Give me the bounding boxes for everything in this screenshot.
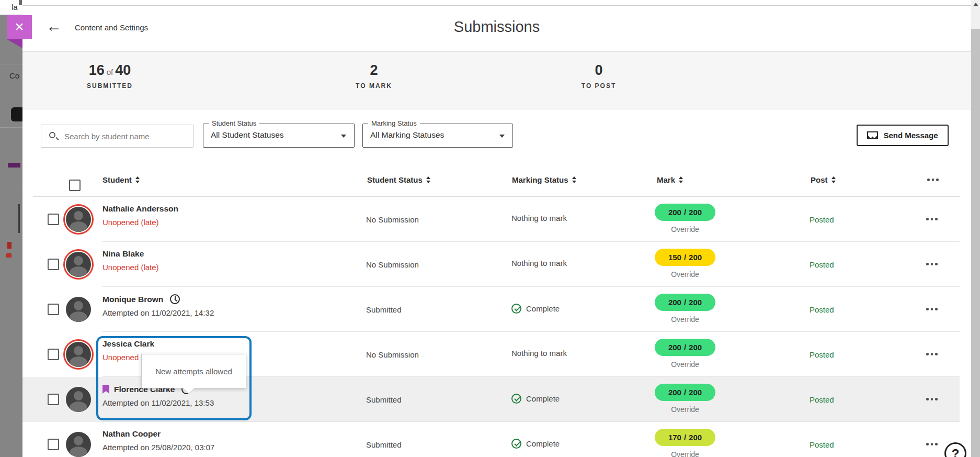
row-overflow-menu-button[interactable]: [926, 443, 938, 445]
row-checkbox[interactable]: [48, 304, 59, 315]
column-header-student-status[interactable]: Student Status: [367, 175, 431, 184]
avatar: [66, 432, 91, 457]
row-checkbox[interactable]: [48, 349, 59, 360]
complete-check-icon: [511, 394, 521, 404]
row-divider: [102, 241, 960, 242]
student-name[interactable]: Monique Brown: [102, 294, 214, 304]
row-checkbox[interactable]: [48, 439, 59, 450]
mark-pill[interactable]: 170/200: [655, 429, 715, 446]
row-overflow-menu-button[interactable]: [926, 353, 938, 355]
student-substatus: Attempted on 11/02/2021, 13:53: [102, 398, 214, 407]
override-label: Override: [655, 315, 715, 324]
override-label: Override: [655, 360, 715, 369]
close-icon[interactable]: ×: [7, 15, 32, 39]
row-overflow-menu-button[interactable]: [926, 398, 938, 400]
complete-check-icon: [511, 439, 521, 449]
late-clock-icon: [170, 294, 180, 304]
background-sliver: [19, 0, 22, 5]
row-overflow-menu-button[interactable]: [926, 218, 938, 220]
stat-to-post: 0 TO POST: [541, 62, 656, 90]
post-status[interactable]: Posted: [810, 260, 834, 269]
marking-status-cell: Nothing to mark: [511, 259, 567, 267]
sort-icon: [135, 176, 140, 183]
post-status[interactable]: Posted: [810, 395, 834, 404]
student-substatus: Unopened (late): [102, 218, 178, 227]
mark-pill[interactable]: 200/200: [655, 384, 715, 401]
student-name[interactable]: Nathan Cooper: [102, 429, 214, 439]
table-row: Monique Brown Attempted on 11/02/2021, 1…: [22, 287, 960, 332]
student-substatus: Unopened (late): [102, 263, 159, 272]
row-overflow-menu-button[interactable]: [926, 308, 938, 310]
student-status-cell: Submitted: [366, 395, 402, 404]
student-name[interactable]: Jessica Clark: [102, 339, 159, 349]
background-divider: [0, 64, 22, 64]
table-row: Nathalie Andersson Unopened (late) No Su…: [22, 197, 960, 242]
sort-icon: [831, 176, 836, 183]
row-divider: [102, 331, 960, 332]
student-search: [41, 125, 193, 148]
sort-icon: [426, 176, 431, 183]
table-overflow-menu-button[interactable]: [927, 179, 939, 181]
override-label: Override: [655, 225, 715, 233]
table-row: Nina Blake Unopened (late) No Submission…: [22, 242, 960, 287]
mark-pill[interactable]: 150/200: [655, 249, 715, 266]
envelope-icon: [867, 131, 878, 139]
mark-pill[interactable]: 200/200: [655, 204, 715, 221]
mark-pill[interactable]: 200/200: [655, 339, 715, 356]
post-status[interactable]: Posted: [810, 440, 834, 449]
marking-status-dropdown-label: Marking Status: [368, 119, 420, 127]
override-label: Override: [655, 270, 715, 278]
student-substatus: Attempted on 25/08/2020, 03:07: [102, 443, 214, 452]
post-status[interactable]: Posted: [810, 305, 834, 314]
stat-of-label: of: [105, 68, 116, 76]
student-name[interactable]: Nina Blake: [102, 249, 159, 259]
page-title: Submissions: [22, 18, 971, 36]
override-label: Override: [655, 405, 715, 414]
row-checkbox[interactable]: [48, 214, 59, 225]
student-name[interactable]: Nathalie Andersson: [102, 204, 178, 214]
column-header-post[interactable]: Post: [811, 175, 836, 184]
avatar: [66, 387, 91, 412]
chevron-down-icon: [341, 135, 346, 138]
stat-submitted: 16of40 SUBMITTED: [52, 62, 167, 90]
row-checkbox[interactable]: [48, 394, 59, 405]
marking-status-cell: Nothing to mark: [511, 349, 567, 358]
marking-status-cell: Complete: [511, 439, 560, 449]
send-message-button[interactable]: Send Message: [857, 125, 949, 146]
search-input[interactable]: [64, 125, 190, 147]
stat-to-mark: 2 TO MARK: [316, 62, 431, 90]
tooltip-text: New attempts allowed: [155, 367, 232, 376]
stat-submitted-label: SUBMITTED: [52, 82, 167, 90]
column-header-mark[interactable]: Mark: [657, 175, 683, 184]
mark-pill[interactable]: 200/200: [655, 294, 715, 311]
post-status[interactable]: Posted: [810, 350, 834, 359]
vertical-scrollbar[interactable]: [971, 0, 980, 457]
student-substatus: Attempted on 11/02/2021, 14:32: [102, 308, 214, 317]
marking-status-cell: Nothing to mark: [511, 214, 567, 222]
student-status-dropdown[interactable]: Student Status All Student Statuses: [203, 124, 355, 148]
avatar-unopened-late: [66, 342, 91, 367]
row-overflow-menu-button[interactable]: [926, 263, 938, 265]
stat-to-post-label: TO POST: [541, 82, 656, 90]
tooltip: New attempts allowed: [141, 354, 246, 388]
row-checkbox[interactable]: [48, 259, 59, 270]
sort-icon: [679, 176, 683, 183]
scrollbar-thumb[interactable]: [971, 29, 980, 457]
post-status[interactable]: Posted: [810, 215, 834, 224]
row-divider: [102, 421, 960, 422]
select-all-checkbox[interactable]: [69, 180, 81, 191]
scrollbar-up-arrow-icon[interactable]: [973, 3, 978, 6]
background-red-mark: [6, 253, 12, 258]
override-label: Override: [655, 450, 715, 457]
student-status-cell: No Submission: [366, 260, 419, 269]
stat-to-mark-value: 2: [370, 62, 378, 78]
background-text-fragment: Co: [9, 71, 19, 80]
student-status-cell: Submitted: [366, 440, 402, 449]
column-header-marking-status[interactable]: Marking Status: [512, 175, 577, 184]
marking-status-dropdown[interactable]: Marking Status All Marking Statuses: [362, 124, 513, 148]
stat-to-post-value: 0: [595, 62, 602, 78]
chevron-down-icon: [499, 135, 505, 138]
avatar-unopened-late: [66, 252, 91, 277]
column-header-student[interactable]: Student: [102, 175, 140, 184]
stat-to-mark-label: TO MARK: [316, 82, 431, 90]
